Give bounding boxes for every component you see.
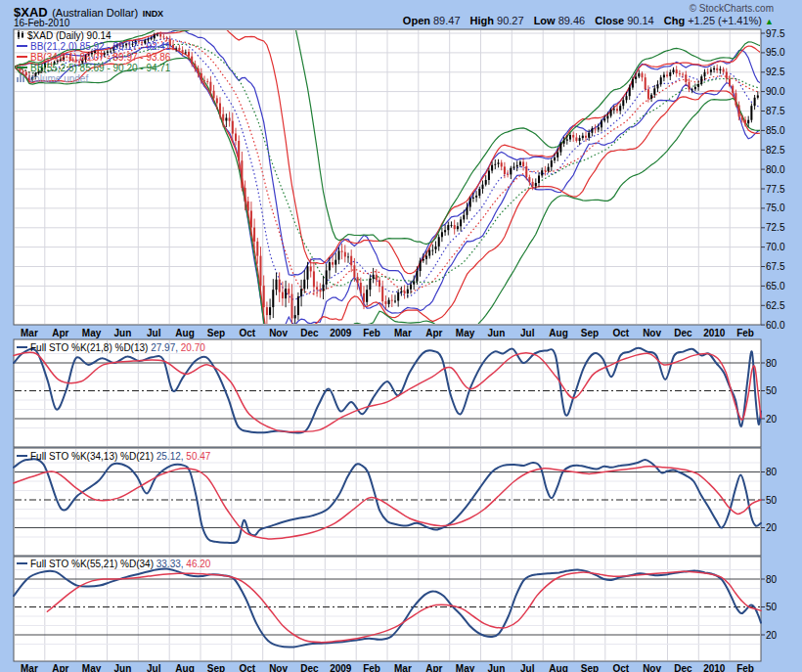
price-tick-label: 82.5 (766, 145, 785, 156)
month-label: Dec (674, 328, 692, 338)
month-label: Oct (239, 663, 255, 672)
month-label: Jun (488, 328, 506, 338)
stoch-tick-label: 80 (766, 467, 778, 477)
month-label: Nov (269, 328, 288, 338)
month-label: 2010 (703, 663, 726, 672)
month-label: Apr (52, 328, 68, 338)
stoch-tick-label: 20 (766, 414, 778, 425)
month-label: Dec (300, 663, 319, 672)
price-legend-label: $XAD (Daily) 90.14 (27, 30, 111, 41)
month-label: Nov (643, 663, 661, 672)
month-label: Sep (581, 328, 599, 338)
stoch1-d-value: 20.70 (181, 342, 205, 353)
price-tick-label: 87.5 (766, 106, 785, 116)
close-label: Close (595, 15, 624, 26)
price-tick-label: 97.5 (766, 28, 785, 39)
stoch-tick-label: 80 (766, 358, 778, 369)
month-label: Oct (612, 663, 629, 672)
chart-canvas: 97.595.092.590.087.585.082.580.077.575.0… (0, 0, 802, 672)
close-value: 90.14 (627, 15, 654, 26)
stoch3-legend: Full STO %K(55,21) %D(34) 33.33, 46.20 (17, 559, 210, 569)
month-label: 2009 (330, 328, 352, 338)
month-label: Jun (114, 663, 132, 672)
bb34-legend-row: BB(34,2.1) 86.07 - 89.97 - 93.86 (17, 52, 170, 63)
month-label: 2009 (330, 663, 352, 672)
main-chart-legend: $XAD (Daily) 90.14 BB(21,2.0) 85.92 - 89… (17, 30, 170, 84)
month-label: Sep (581, 663, 599, 672)
exchange-label: INDX (143, 9, 164, 19)
price-tick-label: 62.5 (766, 300, 785, 311)
bb55-line-swatch (17, 67, 27, 68)
ohlc-quote-bar: Open89.47 High90.27 Low89.46 Close90.14 … (396, 15, 774, 26)
month-label: Feb (736, 663, 754, 672)
month-label: Feb (363, 663, 380, 672)
stoch1-legend: Full STO %K(21,8) %D(13) 27.97, 20.70 (17, 342, 205, 353)
volume-bars-icon (17, 73, 26, 84)
month-label: Aug (175, 663, 194, 672)
stoch-tick-label: 20 (766, 630, 778, 641)
low-label: Low (534, 15, 556, 26)
candlestick-icon (17, 30, 25, 41)
price-tick-label: 92.5 (766, 67, 785, 77)
price-tick-label: 90.0 (766, 86, 785, 97)
price-legend-row: $XAD (Daily) 90.14 (17, 30, 170, 41)
month-label: Sep (207, 663, 225, 672)
bb55-legend-row: BB(55,2.5) 85.69 - 90.20 - 94.71 (17, 63, 170, 73)
stoch2-k-value: 25.12, (156, 451, 184, 462)
month-label: Mar (394, 328, 412, 338)
stoch3-line-swatch (17, 562, 27, 564)
bb21-legend-label: BB(21,2.0) 85.92 - 89.17 - 92.41 (30, 41, 170, 52)
change-up-arrow-icon: ▲ (765, 17, 774, 26)
bb34-line-swatch (17, 56, 27, 58)
stoch-tick-label: 50 (766, 385, 778, 396)
stockcharts-chart-page: 97.595.092.590.087.585.082.580.077.575.0… (0, 0, 802, 672)
stoch-tick-label: 20 (766, 522, 778, 533)
month-label: May (456, 663, 475, 672)
month-label: Jul (520, 663, 535, 672)
month-label: Jul (520, 328, 535, 338)
stockcharts-credit: © StockCharts.com (690, 3, 774, 14)
month-label: Dec (674, 663, 692, 672)
stoch-tick-label: 80 (766, 574, 778, 585)
month-label: Nov (643, 328, 661, 338)
month-label: Sep (207, 328, 225, 338)
bb21-line-swatch (17, 45, 27, 47)
stoch2-d-value: 50.47 (186, 451, 210, 462)
price-tick-label: 72.5 (766, 222, 785, 233)
month-label: Feb (736, 328, 754, 338)
stoch2-line-swatch (17, 455, 27, 457)
month-label: Oct (239, 328, 255, 338)
stoch2-legend: Full STO %K(34,13) %D(21) 25.12, 50.47 (17, 451, 210, 462)
stoch3-legend-label: Full STO %K(55,21) %D(34) (30, 559, 154, 569)
volume-legend-label: Volume undef (28, 73, 88, 84)
bb55-legend-label: BB(55,2.5) 85.69 - 90.20 - 94.71 (30, 63, 170, 73)
month-label: Jul (147, 663, 161, 672)
month-label: Apr (425, 328, 442, 338)
month-axis-strip-1: MarAprMayJunJulAugSepOctNovDec2009FebMar… (21, 328, 754, 338)
price-tick-label: 60.0 (766, 320, 785, 331)
month-label: Feb (363, 328, 380, 338)
month-label: Jul (147, 328, 161, 338)
stoch1-legend-label: Full STO %K(21,8) %D(13) (30, 342, 148, 353)
stoch-tick-label: 50 (766, 602, 778, 612)
price-tick-label: 75.0 (766, 202, 785, 213)
stoch3-d-value: 46.20 (186, 559, 210, 569)
bb21-legend-row: BB(21,2.0) 85.92 - 89.17 - 92.41 (17, 41, 170, 52)
month-label: Jun (114, 328, 132, 338)
open-label: Open (403, 15, 430, 26)
volume-legend-row: Volume undef (17, 73, 170, 84)
month-label: Apr (52, 663, 68, 672)
price-tick-label: 67.5 (766, 261, 785, 272)
price-tick-label: 70.0 (766, 242, 785, 252)
price-tick-label: 77.5 (766, 184, 785, 195)
month-label: Aug (549, 663, 567, 672)
price-tick-label: 85.0 (766, 125, 785, 136)
month-label: Aug (175, 328, 194, 338)
stoch2-legend-label: Full STO %K(34,13) %D(21) (30, 451, 154, 462)
high-value: 90.27 (497, 15, 524, 26)
low-value: 89.46 (558, 15, 586, 26)
price-tick-label: 80.0 (766, 164, 785, 175)
month-label: Jun (488, 663, 506, 672)
change-label: Chg (664, 15, 685, 26)
month-label: May (82, 663, 102, 672)
